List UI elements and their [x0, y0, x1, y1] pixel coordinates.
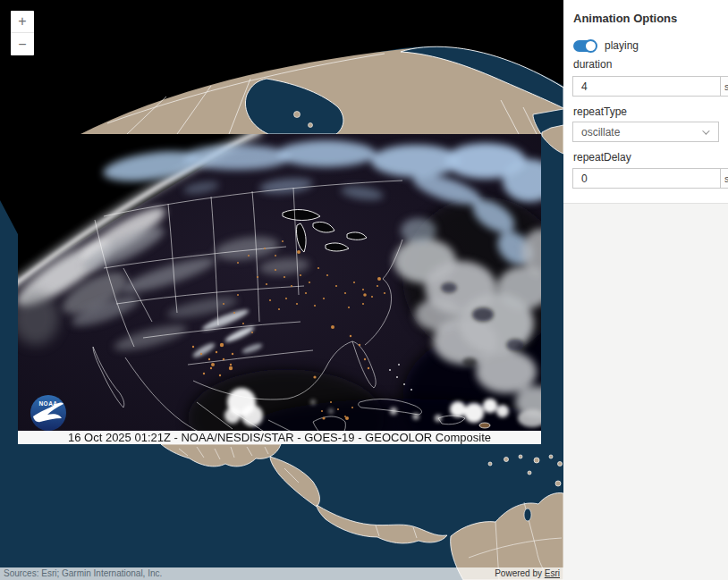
playing-label: playing	[605, 39, 639, 52]
plus-icon: +	[18, 13, 26, 29]
satellite-image-overlay	[18, 134, 541, 431]
repeat-type-value: oscillate	[573, 126, 702, 139]
attribution-bar: Sources: Esri; Garmin International, Inc…	[0, 567, 563, 580]
animation-options-card: Animation Options playing duration secon…	[563, 0, 728, 204]
duration-control: seconds	[572, 76, 719, 97]
repeat-delay-unit: seconds	[720, 169, 728, 188]
zoom-in-button[interactable]: +	[11, 11, 34, 33]
playing-toggle[interactable]	[573, 40, 597, 52]
duration-input[interactable]	[573, 77, 720, 96]
repeat-type-label: repeatType	[573, 105, 627, 118]
duration-unit: seconds	[720, 77, 728, 96]
chevron-down-icon	[702, 127, 709, 134]
minus-icon: −	[18, 37, 26, 53]
app-window: 16 Oct 2025 01:21Z - NOAA/NESDIS/STAR - …	[0, 0, 728, 580]
playing-row: playing	[573, 39, 639, 52]
toggle-knob-icon	[584, 39, 597, 53]
map-view[interactable]: 16 Oct 2025 01:21Z - NOAA/NESDIS/STAR - …	[0, 0, 563, 580]
animation-options-panel: Animation Options playing duration secon…	[563, 0, 728, 580]
repeat-type-select[interactable]: oscillate	[572, 122, 719, 142]
satellite-caption: 16 Oct 2025 01:21Z - NOAA/NESDIS/STAR - …	[18, 431, 541, 444]
repeat-delay-input[interactable]	[573, 169, 720, 188]
panel-title: Animation Options	[573, 12, 677, 25]
repeat-delay-control: seconds	[572, 168, 719, 189]
noaa-logo: NOAA	[30, 394, 67, 432]
powered-by: Powered by Esri	[495, 567, 563, 580]
zoom-out-button[interactable]: −	[11, 33, 34, 55]
repeat-delay-field: seconds	[572, 168, 728, 189]
attribution-sources: Sources: Esri; Garmin International, Inc…	[0, 567, 495, 580]
duration-label: duration	[573, 58, 612, 71]
repeat-delay-label: repeatDelay	[573, 151, 631, 164]
duration-field: seconds	[572, 76, 728, 97]
zoom-controls: + −	[11, 11, 34, 55]
esri-link[interactable]: Esri	[545, 568, 560, 578]
